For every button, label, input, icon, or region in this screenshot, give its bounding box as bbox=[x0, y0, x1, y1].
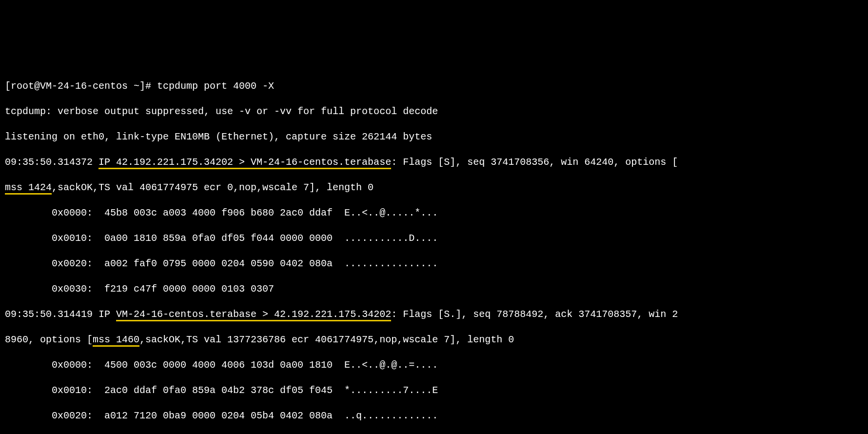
command-line: [root@VM-24-16-centos ~]# tcpdump port 4… bbox=[5, 80, 863, 93]
hex-dump-row: 0x0010: 2ac0 ddaf 0fa0 859a 04b2 378c df… bbox=[5, 384, 863, 397]
terminal-window[interactable]: [root@VM-24-16-centos ~]# tcpdump port 4… bbox=[0, 63, 868, 434]
command-text: tcpdump port 4000 -X bbox=[157, 80, 274, 92]
hex-dump-row: 0x0000: 45b8 003c a003 4000 f906 b680 2a… bbox=[5, 207, 863, 219]
packet-summary: 09:35:50.314372 IP 42.192.221.175.34202 … bbox=[5, 156, 863, 169]
hex-dump-row: 0x0020: a012 7120 0ba9 0000 0204 05b4 04… bbox=[5, 410, 863, 422]
packet-summary: mss 1424,sackOK,TS val 4061774975 ecr 0,… bbox=[5, 181, 863, 194]
hex-dump-row: 0x0010: 0a00 1810 859a 0fa0 df05 f044 00… bbox=[5, 232, 863, 245]
highlight-mss: mss 1424 bbox=[5, 182, 52, 195]
tcpdump-header: listening on eth0, link-type EN10MB (Eth… bbox=[5, 131, 863, 143]
hex-dump-row: 0x0030: f219 c47f 0000 0000 0103 0307 bbox=[5, 283, 863, 296]
tcpdump-header: tcpdump: verbose output suppressed, use … bbox=[5, 105, 863, 118]
highlight-flow: VM-24-16-centos.terabase > 42.192.221.17… bbox=[116, 309, 391, 321]
packet-summary: 8960, options [mss 1460,sackOK,TS val 13… bbox=[5, 334, 863, 346]
packet-summary: 09:35:50.314419 IP VM-24-16-centos.terab… bbox=[5, 308, 863, 321]
hex-dump-row: 0x0000: 4500 003c 0000 4000 4006 103d 0a… bbox=[5, 359, 863, 372]
shell-prompt: [root@VM-24-16-centos ~]# bbox=[5, 80, 157, 92]
highlight-flow: IP 42.192.221.175.34202 > VM-24-16-cento… bbox=[99, 157, 391, 169]
highlight-mss: mss 1460 bbox=[93, 334, 139, 347]
hex-dump-row: 0x0020: a002 faf0 0795 0000 0204 0590 04… bbox=[5, 257, 863, 270]
